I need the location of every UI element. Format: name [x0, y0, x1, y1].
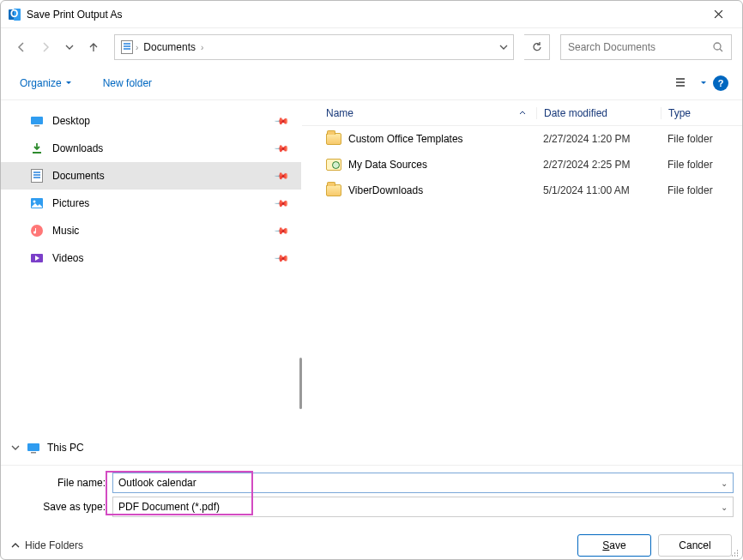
- folder-icon: [326, 184, 341, 196]
- sidebar-item-documents[interactable]: Documents 📌: [1, 162, 301, 190]
- this-pc-icon: [27, 441, 40, 455]
- save-button[interactable]: Save: [577, 534, 651, 557]
- folder-icon: [326, 133, 341, 145]
- chevron-down-icon[interactable]: ⌄: [721, 503, 728, 512]
- savetype-select[interactable]: PDF Document (*.pdf) ⌄: [112, 497, 734, 517]
- pictures-icon: [30, 196, 44, 210]
- address-bar[interactable]: › Documents ›: [114, 34, 514, 60]
- up-button[interactable]: [83, 37, 104, 57]
- svg-rect-5: [34, 125, 39, 127]
- svg-rect-4: [31, 117, 43, 124]
- column-header-type[interactable]: Type: [661, 107, 742, 119]
- refresh-button[interactable]: [524, 34, 550, 60]
- sidebar-item-this-pc[interactable]: This PC: [1, 434, 301, 461]
- hide-folders-label: Hide Folders: [25, 539, 83, 551]
- close-button[interactable]: [701, 3, 735, 27]
- videos-icon: [30, 251, 44, 265]
- column-header-date[interactable]: Date modified: [536, 107, 661, 119]
- filename-value: Outlook calendar: [118, 477, 196, 489]
- view-button[interactable]: [670, 73, 694, 93]
- pin-icon: 📌: [273, 140, 289, 156]
- pin-icon: 📌: [273, 250, 289, 266]
- navigation-pane: Desktop 📌 Downloads 📌 Documents 📌 Pictur…: [1, 100, 301, 465]
- pin-icon: 📌: [273, 167, 289, 184]
- svg-point-8: [33, 201, 36, 203]
- downloads-icon: [30, 142, 44, 155]
- file-type: File folder: [661, 159, 742, 171]
- file-row[interactable]: Custom Office Templates 2/27/2024 1:20 P…: [302, 126, 742, 152]
- savetype-label: Save as type:: [9, 501, 112, 513]
- file-row[interactable]: My Data Sources 2/27/2024 2:25 PM File f…: [302, 152, 742, 178]
- svg-point-3: [714, 43, 721, 50]
- file-name: Custom Office Templates: [348, 133, 463, 145]
- location-icon: [120, 40, 134, 54]
- svg-point-9: [31, 225, 43, 237]
- pin-icon: 📌: [273, 195, 289, 211]
- organize-label: Organize: [20, 77, 62, 89]
- chevron-down-icon[interactable]: ⌄: [721, 479, 728, 488]
- sidebar-item-videos[interactable]: Videos 📌: [1, 244, 301, 272]
- filename-input[interactable]: Outlook calendar ⌄: [112, 473, 734, 493]
- svg-rect-6: [33, 152, 41, 154]
- sidebar-item-downloads[interactable]: Downloads 📌: [1, 135, 301, 162]
- data-source-folder-icon: [326, 159, 341, 171]
- sidebar-item-music[interactable]: Music 📌: [1, 217, 301, 244]
- chevron-down-icon: [11, 443, 20, 452]
- chevron-down-icon: [65, 80, 72, 87]
- new-folder-button[interactable]: New folder: [98, 74, 157, 93]
- sidebar-item-label: Desktop: [52, 115, 90, 127]
- pin-icon: 📌: [273, 222, 289, 238]
- file-row[interactable]: ViberDownloads 5/1/2024 11:00 AM File fo…: [302, 178, 742, 203]
- file-type: File folder: [661, 184, 742, 196]
- filename-label: File name:: [9, 477, 112, 489]
- sidebar-item-label: Documents: [52, 170, 105, 182]
- search-input[interactable]: [568, 41, 712, 53]
- breadcrumb-documents[interactable]: Documents: [140, 41, 199, 53]
- sidebar-item-label: Music: [52, 225, 79, 237]
- file-list[interactable]: Name Date modified Type Custom Office Te…: [301, 100, 742, 465]
- chevron-up-icon: [11, 541, 20, 550]
- view-dropdown[interactable]: [698, 73, 710, 93]
- hide-folders-button[interactable]: Hide Folders: [11, 539, 83, 551]
- address-dropdown[interactable]: [499, 43, 508, 51]
- sidebar-item-label: This PC: [47, 442, 84, 454]
- sidebar-item-label: Downloads: [52, 142, 103, 154]
- back-button[interactable]: [11, 37, 32, 57]
- chevron-right-icon: ›: [199, 43, 205, 52]
- resize-grip[interactable]: [730, 547, 740, 557]
- file-date: 2/27/2024 1:20 PM: [536, 133, 661, 145]
- file-type: File folder: [661, 133, 742, 145]
- music-icon: [30, 224, 44, 238]
- pin-icon: 📌: [273, 112, 289, 129]
- svg-text:O: O: [10, 8, 18, 20]
- help-button[interactable]: ?: [713, 75, 728, 91]
- search-box[interactable]: [560, 34, 732, 60]
- savetype-value: PDF Document (*.pdf): [118, 501, 220, 513]
- file-name: ViberDownloads: [348, 184, 423, 196]
- file-name: My Data Sources: [348, 159, 427, 171]
- svg-rect-12: [31, 452, 36, 454]
- window-title: Save Print Output As: [27, 9, 122, 21]
- column-header-name[interactable]: Name: [326, 107, 536, 119]
- cancel-button[interactable]: Cancel: [658, 534, 732, 557]
- documents-icon: [30, 169, 44, 183]
- file-date: 5/1/2024 11:00 AM: [536, 184, 661, 196]
- chevron-right-icon: ›: [134, 43, 140, 52]
- forward-button[interactable]: [35, 37, 56, 57]
- search-icon[interactable]: [712, 41, 724, 53]
- scroll-indicator: [299, 358, 302, 409]
- sidebar-item-label: Pictures: [52, 197, 89, 209]
- sidebar-item-label: Videos: [52, 252, 83, 264]
- desktop-icon: [30, 114, 44, 128]
- svg-rect-11: [27, 443, 39, 451]
- app-icon: O: [8, 8, 21, 21]
- organize-button[interactable]: Organize: [15, 74, 77, 93]
- sidebar-item-desktop[interactable]: Desktop 📌: [1, 107, 301, 135]
- recent-dropdown[interactable]: [59, 37, 80, 57]
- file-date: 2/27/2024 2:25 PM: [536, 159, 661, 171]
- sort-indicator-icon: [519, 110, 526, 117]
- sidebar-item-pictures[interactable]: Pictures 📌: [1, 190, 301, 217]
